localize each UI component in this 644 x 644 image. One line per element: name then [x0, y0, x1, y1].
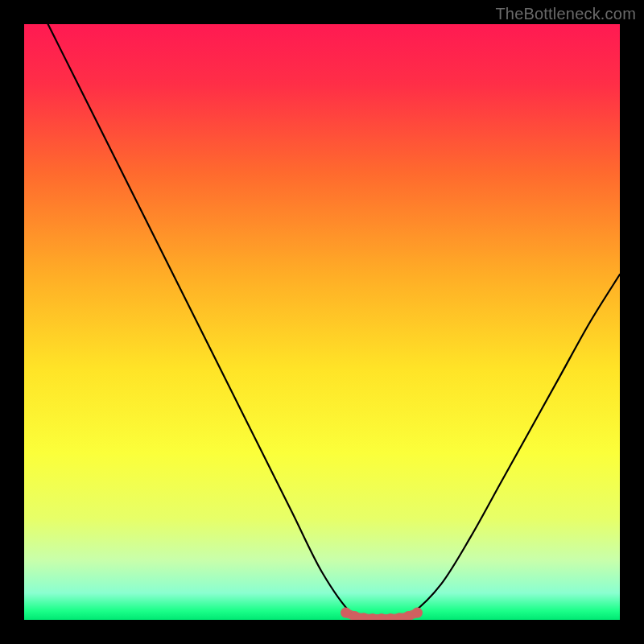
- chart-frame: TheBottleneck.com: [0, 0, 644, 644]
- optimal-dot: [341, 608, 351, 618]
- watermark-text: TheBottleneck.com: [495, 5, 636, 23]
- plot-area: [24, 24, 620, 620]
- optimal-range-dots: [341, 608, 423, 620]
- optimal-dot: [412, 608, 423, 618]
- bottleneck-curve: [24, 24, 620, 620]
- curve-layer: [24, 24, 620, 620]
